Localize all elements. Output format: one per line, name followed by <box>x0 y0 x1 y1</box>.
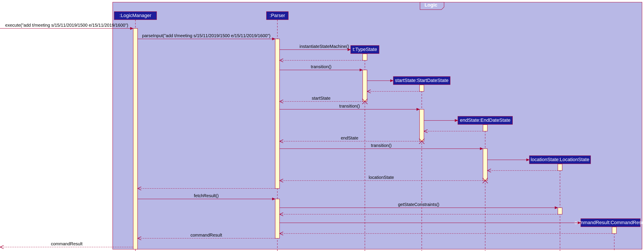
activation-locationstate-2 <box>558 208 562 214</box>
ret-commandresult-label: commandResult <box>190 233 222 238</box>
ret-final-label: commandResult <box>51 241 83 246</box>
activation-commandresult <box>612 227 616 234</box>
activation-logicmanager <box>133 28 138 249</box>
frame-label: Logic <box>424 2 438 8</box>
participant-typestate-label: t:TypeState <box>352 46 377 52</box>
activation-typestate-1 <box>363 54 367 60</box>
ret-locationstate-label: locationState <box>368 175 394 180</box>
activation-parser-2 <box>275 199 280 238</box>
participant-commandresult-label: commandResult:CommandResult <box>575 220 644 225</box>
msg-instantiate-label: instantiateStateMachine() <box>300 44 349 49</box>
participant-logicmanager-label: :LogicManager <box>120 13 152 18</box>
msg-transition1-label: transition() <box>311 64 332 69</box>
participant-enddatestate-label: endState:EndDateState <box>460 117 510 123</box>
activation-startdatestate-2 <box>420 109 424 141</box>
msg-getstateconstraints-label: getStateConstraints() <box>398 202 440 207</box>
activation-enddatestate-2 <box>483 149 488 181</box>
ret-startstate-label: startState <box>312 96 330 101</box>
msg-transition3-label: transition() <box>371 143 392 148</box>
msg-execute-label: execute("add t/meeting s/15/11/2019/1500… <box>5 23 128 27</box>
logic-frame <box>113 2 642 249</box>
activation-enddatestate-1 <box>483 125 488 131</box>
msg-transition2-label: transition() <box>339 104 360 108</box>
msg-fetchresult-label: fetchResult() <box>194 193 218 198</box>
activation-parser-1 <box>275 39 280 189</box>
activation-typestate-2 <box>363 70 367 101</box>
participant-parser-label: :Parser <box>270 13 285 18</box>
ret-endstate-label: endState <box>341 136 358 140</box>
activation-locationstate-1 <box>558 164 562 171</box>
sequence-diagram: Logic :LogicManager :Parser t:TypeState … <box>0 0 644 251</box>
activation-startdatestate-1 <box>420 85 424 91</box>
participant-startdatestate-label: startState:StartDateState <box>395 78 449 83</box>
participant-locationstate-label: locationState:LocationState <box>531 157 589 162</box>
msg-parseinput-label: parseInput("add t/meeting s/15/11/2019/1… <box>142 33 270 38</box>
